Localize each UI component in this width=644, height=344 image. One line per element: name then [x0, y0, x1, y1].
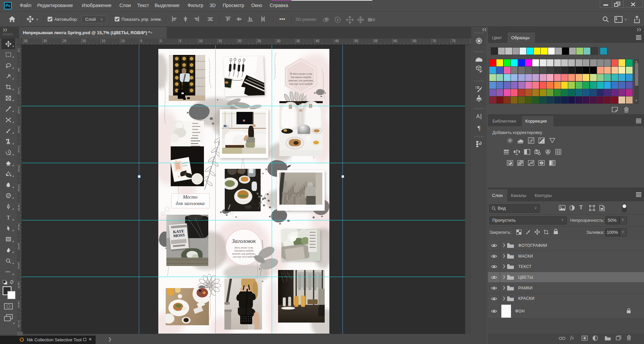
svg-text:T: T: [7, 214, 10, 220]
svg-text:A: A: [476, 114, 480, 119]
svg-text:¶: ¶: [478, 125, 480, 132]
